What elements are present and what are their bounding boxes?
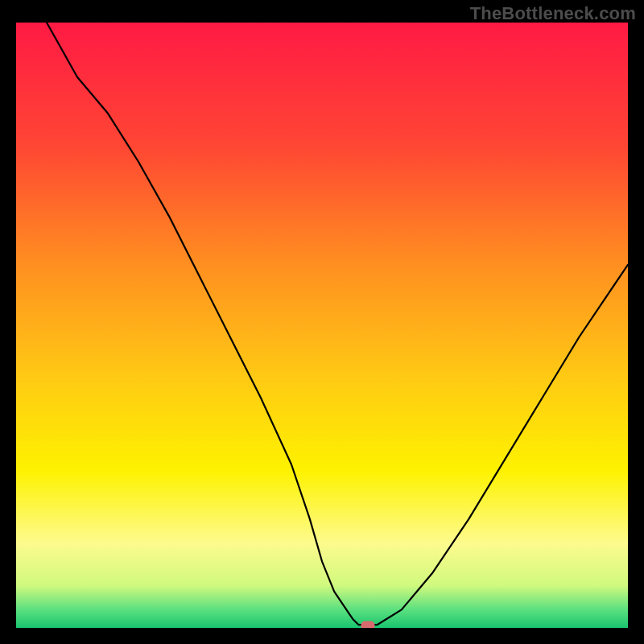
watermark-label: TheBottleneck.com xyxy=(470,3,636,24)
bottleneck-chart xyxy=(16,23,628,628)
chart-frame: TheBottleneck.com xyxy=(0,0,644,644)
optimal-marker xyxy=(361,621,375,629)
plot-area xyxy=(16,23,628,628)
